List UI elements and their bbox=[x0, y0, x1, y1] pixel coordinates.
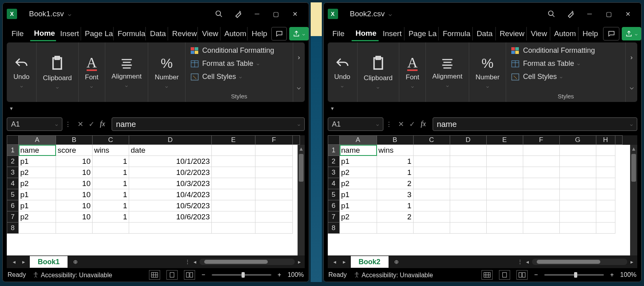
ribbon-scroll-right-icon[interactable]: › bbox=[626, 42, 637, 72]
cell[interactable]: p1 bbox=[19, 189, 56, 200]
comments-button[interactable] bbox=[603, 27, 619, 40]
cell[interactable] bbox=[414, 178, 450, 189]
sheet-nav-prev-icon[interactable]: ◂ bbox=[11, 259, 17, 265]
cell[interactable] bbox=[523, 178, 560, 189]
row-header[interactable]: 6 bbox=[7, 200, 19, 211]
normal-view-icon[interactable] bbox=[149, 270, 160, 280]
cell[interactable] bbox=[596, 156, 615, 167]
cell[interactable]: 1 bbox=[93, 167, 129, 178]
mode-switch-icon[interactable] bbox=[561, 6, 580, 22]
cell[interactable]: 1 bbox=[93, 211, 129, 223]
tab-formulas[interactable]: Formula bbox=[114, 27, 146, 40]
cell[interactable]: 1 bbox=[377, 167, 414, 178]
tab-home[interactable]: Home bbox=[352, 27, 379, 41]
document-title[interactable]: Book2.csv bbox=[350, 10, 385, 18]
select-all-corner[interactable] bbox=[7, 135, 19, 145]
zoom-knob[interactable] bbox=[574, 272, 577, 278]
hscroll-left-icon[interactable]: ◂ bbox=[193, 259, 196, 265]
zoom-level[interactable]: 100% bbox=[620, 271, 636, 278]
add-sheet-button[interactable]: ⊕ bbox=[392, 257, 401, 267]
tab-data[interactable]: Data bbox=[473, 27, 496, 40]
tab-help[interactable]: Help bbox=[248, 27, 269, 40]
tab-review[interactable]: Review bbox=[168, 27, 198, 40]
cell[interactable] bbox=[212, 211, 255, 223]
column-header[interactable]: F bbox=[523, 135, 560, 145]
cell[interactable] bbox=[340, 223, 377, 234]
zoom-in-button[interactable]: + bbox=[610, 271, 614, 278]
title-dropdown-icon[interactable]: ⌵ bbox=[389, 11, 392, 17]
spreadsheet-grid[interactable]: ABCDEFGH 1namewins2p113p214p225p136p117p… bbox=[328, 135, 637, 255]
cell[interactable] bbox=[212, 156, 255, 167]
cell[interactable]: 10 bbox=[56, 167, 93, 178]
cell[interactable] bbox=[255, 189, 293, 200]
row-header[interactable]: 4 bbox=[7, 178, 19, 189]
cell[interactable] bbox=[560, 211, 596, 223]
cell[interactable]: 10 bbox=[56, 156, 93, 167]
cell[interactable]: p2 bbox=[19, 211, 56, 223]
cell[interactable]: 10 bbox=[56, 178, 93, 189]
cell[interactable] bbox=[560, 200, 596, 211]
cell[interactable]: name bbox=[19, 145, 56, 156]
maximize-button[interactable]: ▢ bbox=[599, 6, 618, 22]
row-header[interactable]: 5 bbox=[7, 189, 19, 200]
cell[interactable]: 1 bbox=[93, 178, 129, 189]
cell[interactable]: score bbox=[56, 145, 93, 156]
row-header[interactable]: 8 bbox=[7, 223, 19, 234]
cell[interactable] bbox=[450, 167, 487, 178]
column-header[interactable]: C bbox=[414, 135, 450, 145]
row-header[interactable]: 6 bbox=[328, 200, 340, 211]
ribbon-group-font[interactable]: A Font ⌵ bbox=[399, 42, 426, 102]
excel-app-icon[interactable]: X bbox=[328, 9, 338, 19]
minimize-button[interactable]: ─ bbox=[248, 6, 267, 22]
name-box[interactable]: A1 ⌵ bbox=[7, 117, 62, 131]
cell[interactable] bbox=[596, 200, 615, 211]
cell[interactable]: 10/5/2023 bbox=[129, 200, 212, 211]
cell[interactable] bbox=[487, 145, 523, 156]
cell[interactable] bbox=[560, 178, 596, 189]
ribbon-group-undo[interactable]: Undo ⌵ bbox=[328, 42, 358, 102]
row-header[interactable]: 2 bbox=[328, 156, 340, 167]
cell[interactable]: p2 bbox=[340, 178, 377, 189]
page-layout-view-icon[interactable] bbox=[166, 270, 178, 280]
page-break-view-icon[interactable] bbox=[516, 270, 528, 280]
cell[interactable]: 10 bbox=[56, 211, 93, 223]
cell[interactable] bbox=[596, 145, 615, 156]
column-header[interactable]: A bbox=[19, 135, 56, 145]
scrollbar-thumb[interactable] bbox=[537, 260, 600, 264]
share-button[interactable]: ⌵ bbox=[622, 27, 641, 40]
ribbon-group-clipboard[interactable]: Clipboard ⌵ bbox=[37, 42, 79, 102]
add-sheet-button[interactable]: ⊕ bbox=[71, 257, 80, 267]
cell[interactable]: p1 bbox=[340, 189, 377, 200]
cell[interactable] bbox=[255, 178, 293, 189]
ribbon-group-font[interactable]: A Font ⌵ bbox=[79, 42, 105, 102]
conditional-formatting-button[interactable]: Conditional Formatting bbox=[190, 45, 289, 56]
cell[interactable]: 2 bbox=[377, 178, 414, 189]
accept-formula-icon[interactable]: ✓ bbox=[86, 120, 97, 129]
cell[interactable] bbox=[255, 211, 293, 223]
sheet-tab[interactable]: Book1 bbox=[30, 256, 68, 268]
zoom-level[interactable]: 100% bbox=[288, 271, 304, 278]
cell-styles-button[interactable]: Cell Styles ⌵ bbox=[510, 71, 621, 83]
cell[interactable]: p2 bbox=[19, 178, 56, 189]
search-icon[interactable] bbox=[209, 6, 228, 22]
tab-insert[interactable]: Insert bbox=[379, 27, 404, 40]
row-header[interactable]: 5 bbox=[328, 189, 340, 200]
sheet-nav-next-icon[interactable]: ▸ bbox=[341, 259, 348, 265]
cell[interactable]: p2 bbox=[340, 211, 377, 223]
cell[interactable] bbox=[523, 200, 560, 211]
row-header[interactable]: 1 bbox=[7, 145, 19, 156]
cell[interactable] bbox=[523, 145, 560, 156]
column-header[interactable]: G bbox=[560, 135, 596, 145]
cell[interactable]: p1 bbox=[340, 156, 377, 167]
spreadsheet-grid[interactable]: ABCDEF 1namescorewinsdate2p110110/1/2023… bbox=[7, 135, 305, 255]
scrollbar-thumb[interactable] bbox=[631, 154, 636, 182]
page-break-view-icon[interactable] bbox=[184, 270, 195, 280]
cell[interactable] bbox=[414, 156, 450, 167]
row-header[interactable]: 3 bbox=[328, 167, 340, 178]
cell[interactable] bbox=[414, 167, 450, 178]
excel-app-icon[interactable]: X bbox=[7, 9, 17, 19]
cell[interactable] bbox=[414, 200, 450, 211]
column-header[interactable]: E bbox=[212, 135, 255, 145]
scrollbar-thumb[interactable] bbox=[204, 260, 268, 264]
cell[interactable]: 1 bbox=[377, 200, 414, 211]
